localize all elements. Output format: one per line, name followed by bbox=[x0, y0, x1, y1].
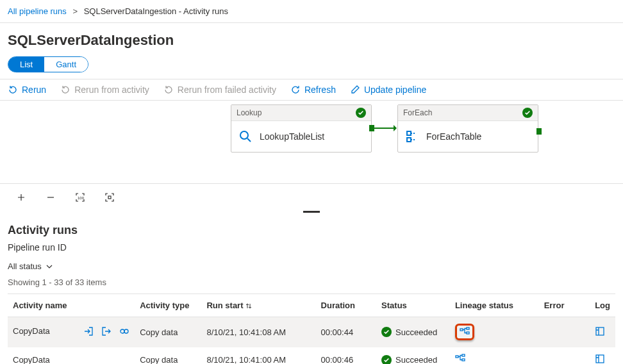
status-filter-dropdown[interactable]: All status bbox=[8, 261, 53, 271]
pipeline-canvas[interactable]: Lookup LookupTableList ForEach ForEachTa… bbox=[0, 101, 623, 184]
zoom-reset-button[interactable] bbox=[103, 190, 117, 204]
activity-type-cell: Copy data bbox=[135, 347, 201, 365]
canvas-toolbar: 100 bbox=[0, 184, 623, 211]
svg-rect-8 bbox=[467, 327, 469, 329]
col-status[interactable]: Status bbox=[376, 294, 450, 317]
foreach-icon bbox=[404, 129, 420, 144]
toolbar: Rerun Rerun from activity Rerun from fai… bbox=[0, 79, 623, 101]
node-type-label: ForEach bbox=[403, 108, 432, 117]
log-icon[interactable] bbox=[595, 354, 605, 364]
svg-point-6 bbox=[124, 329, 128, 333]
tab-list[interactable]: List bbox=[8, 57, 44, 72]
connector-arrow bbox=[373, 128, 396, 129]
edit-icon bbox=[350, 85, 360, 95]
tab-gantt[interactable]: Gantt bbox=[44, 57, 88, 72]
input-icon[interactable] bbox=[83, 326, 94, 338]
node-name: ForEachTable bbox=[426, 131, 481, 142]
node-name: LookupTableList bbox=[260, 131, 324, 142]
rerun-from-failed-button: Rerun from failed activity bbox=[163, 85, 276, 95]
col-error[interactable]: Error bbox=[539, 294, 590, 317]
activity-name-cell: CopyData bbox=[13, 355, 50, 364]
breadcrumb-root[interactable]: All pipeline runs bbox=[8, 6, 67, 16]
log-icon[interactable] bbox=[595, 326, 605, 336]
zoom-out-button[interactable] bbox=[44, 190, 58, 204]
col-duration[interactable]: Duration bbox=[316, 294, 377, 317]
error-cell bbox=[539, 317, 590, 347]
svg-rect-7 bbox=[460, 329, 463, 331]
svg-rect-10 bbox=[596, 327, 604, 335]
node-output-handle[interactable] bbox=[536, 128, 542, 135]
lineage-status-icon[interactable] bbox=[455, 354, 465, 364]
rerun-from-activity-button: Rerun from activity bbox=[60, 85, 149, 95]
duration-cell: 00:00:44 bbox=[316, 317, 377, 347]
col-activity-name[interactable]: Activity name bbox=[8, 294, 135, 317]
view-tabs: List Gantt bbox=[0, 56, 623, 79]
table-row[interactable]: CopyData Copy data 8/10/21, 10:41:08 AM … bbox=[8, 317, 615, 347]
result-count: Showing 1 - 33 of 33 items bbox=[8, 277, 615, 287]
breadcrumb: All pipeline runs > SQLServerDataIngesti… bbox=[0, 0, 623, 23]
run-start-cell: 8/10/21, 10:41:08 AM bbox=[201, 317, 315, 347]
col-run-start[interactable]: Run start bbox=[201, 294, 315, 317]
svg-point-0 bbox=[240, 131, 248, 139]
refresh-button[interactable]: Refresh bbox=[290, 85, 336, 95]
breadcrumb-separator: > bbox=[69, 6, 81, 16]
breadcrumb-current: SQLServerDataIngestion - Activity runs bbox=[84, 6, 228, 16]
svg-text:100: 100 bbox=[78, 196, 85, 200]
success-icon bbox=[381, 355, 392, 365]
node-foreach[interactable]: ForEach ForEachTable bbox=[397, 104, 538, 153]
svg-point-5 bbox=[120, 329, 124, 333]
activity-name-cell: CopyData bbox=[13, 326, 50, 336]
col-activity-type[interactable]: Activity type bbox=[135, 294, 201, 317]
col-lineage[interactable]: Lineage status bbox=[450, 294, 539, 317]
svg-rect-2 bbox=[407, 138, 411, 142]
error-cell bbox=[539, 347, 590, 365]
success-icon bbox=[381, 327, 392, 337]
section-heading: Activity runs bbox=[8, 224, 615, 237]
lineage-status-icon[interactable] bbox=[460, 327, 470, 337]
chevron-down-icon bbox=[46, 263, 53, 270]
status-cell: Succeeded bbox=[381, 355, 437, 365]
rerun-failed-icon bbox=[163, 85, 174, 95]
pipeline-run-id-label: Pipeline run ID bbox=[8, 242, 615, 252]
sort-icon bbox=[245, 302, 253, 310]
rerun-activity-icon bbox=[60, 85, 71, 95]
svg-rect-1 bbox=[407, 131, 411, 135]
success-badge-icon bbox=[356, 108, 366, 118]
duration-cell: 00:00:46 bbox=[316, 347, 377, 365]
activity-type-cell: Copy data bbox=[135, 317, 201, 347]
svg-rect-4 bbox=[108, 196, 111, 199]
lineage-highlight bbox=[455, 324, 474, 340]
run-start-cell: 8/10/21, 10:41:00 AM bbox=[201, 347, 315, 365]
status-cell: Succeeded bbox=[381, 327, 437, 337]
svg-rect-11 bbox=[456, 356, 458, 358]
activity-runs-table: Activity name Activity type Run start Du… bbox=[8, 294, 615, 364]
node-type-label: Lookup bbox=[237, 108, 262, 117]
refresh-icon bbox=[290, 85, 301, 95]
rerun-button[interactable]: Rerun bbox=[8, 85, 46, 95]
output-icon[interactable] bbox=[101, 326, 112, 338]
rerun-icon bbox=[8, 85, 18, 95]
node-lookup[interactable]: Lookup LookupTableList bbox=[231, 104, 372, 153]
svg-rect-9 bbox=[467, 332, 469, 334]
details-icon[interactable] bbox=[119, 326, 129, 338]
lookup-icon bbox=[238, 129, 253, 144]
page-title: SQLServerDataIngestion bbox=[0, 23, 623, 56]
svg-rect-13 bbox=[462, 359, 465, 361]
svg-rect-14 bbox=[596, 355, 604, 363]
table-row[interactable]: CopyData Copy data 8/10/21, 10:41:00 AM … bbox=[8, 347, 615, 365]
activity-runs-section: Activity runs Pipeline run ID All status… bbox=[0, 215, 623, 364]
svg-rect-12 bbox=[462, 354, 465, 356]
zoom-fit-button[interactable]: 100 bbox=[73, 190, 87, 204]
col-log[interactable]: Log bbox=[590, 294, 615, 317]
success-badge-icon bbox=[522, 108, 533, 118]
zoom-in-button[interactable] bbox=[14, 190, 28, 204]
update-pipeline-button[interactable]: Update pipeline bbox=[350, 85, 426, 95]
